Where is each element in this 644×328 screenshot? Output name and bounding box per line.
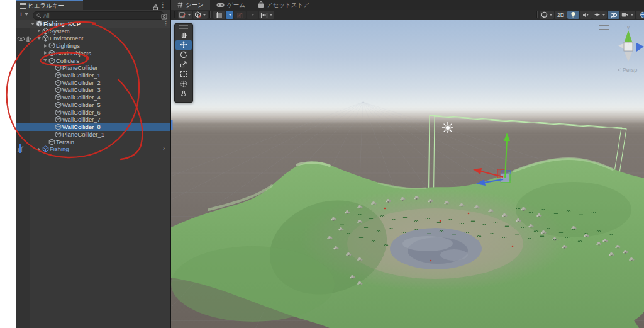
hierarchy-row-WallCollider_3[interactable]: WallCollider_3	[30, 86, 189, 94]
hierarchy-row-Colliders[interactable]: Colliders	[30, 57, 182, 64]
cube-icon	[54, 64, 62, 71]
hierarchy-row-System[interactable]: System	[30, 27, 176, 35]
row-label: Colliders	[56, 57, 79, 64]
hierarchy-panel: ヒエラルキー ⋮ + All Fishing_KCP⋮SystemEnviron…	[16, 0, 170, 328]
hierarchy-row-WallCollider_8[interactable]: WallCollider_8	[30, 123, 189, 131]
lighting-toggle-button[interactable]	[567, 11, 579, 19]
tab-hierarchy[interactable]: ヒエラルキー	[16, 0, 83, 10]
hierarchy-row-Lightings[interactable]: Lightings	[30, 42, 182, 50]
foldout-expanded-icon[interactable]	[42, 59, 48, 62]
hand-tool-icon	[180, 31, 187, 38]
foldout-collapsed-icon[interactable]	[42, 51, 48, 55]
scale-tool-button[interactable]	[175, 60, 192, 70]
scene-visibility-button[interactable]	[608, 11, 619, 19]
row-label: Environment	[50, 35, 83, 42]
scene-camera-button[interactable]	[620, 11, 635, 19]
hierarchy-row-WallCollider_6[interactable]: WallCollider_6	[30, 108, 189, 116]
tab-scene[interactable]: シーン	[171, 0, 210, 10]
shopping-bag-icon	[258, 1, 264, 9]
2d-toggle-button[interactable]: 2D	[555, 11, 567, 19]
hand-tool-button[interactable]	[175, 30, 192, 40]
move-tool-button[interactable]	[175, 40, 192, 50]
prefab-cube-icon	[42, 145, 50, 152]
audio-toggle-button[interactable]	[580, 11, 592, 19]
search-placeholder: All	[43, 13, 49, 19]
hierarchy-row-WallCollider_7[interactable]: WallCollider_7	[30, 116, 189, 123]
search-input[interactable]: All	[33, 11, 164, 20]
hierarchy-row-WallCollider_5[interactable]: WallCollider_5	[30, 101, 189, 108]
shaded-sphere-icon	[541, 11, 548, 18]
rect-tool-button[interactable]	[175, 69, 192, 79]
scene-viewport[interactable]: y < Persp	[171, 20, 644, 328]
page: ヒエラルキー ⋮ + All Fishing_KCP⋮SystemEnviron…	[0, 0, 644, 328]
gizmos-button-partial[interactable]	[636, 11, 644, 19]
hierarchy-row-PlaneCollider[interactable]: PlaneCollider	[30, 64, 189, 72]
effects-toggle-button[interactable]	[592, 11, 607, 19]
grid-snap-button[interactable]	[234, 11, 246, 19]
gizmo-x-arrow	[473, 168, 482, 174]
overlay-drag-handle[interactable]	[179, 25, 188, 29]
hierarchy-visibility-gutter	[16, 20, 30, 328]
directional-light-gizmo[interactable]	[442, 122, 453, 133]
chevron-down-icon	[269, 14, 273, 16]
row-label: System	[50, 28, 70, 35]
prefab-open-chevron-icon[interactable]: ›	[163, 145, 165, 152]
unity-scene-icon	[35, 20, 43, 27]
hierarchy-row-StaticObjects[interactable]: StaticObjects	[30, 49, 182, 57]
foldout-collapsed-icon[interactable]	[36, 147, 42, 151]
hierarchy-row-Fishing[interactable]: Fishing›	[30, 145, 176, 153]
audio-muted-icon	[582, 12, 589, 18]
hierarchy-row-Fishing_KCP[interactable]: Fishing_KCP⋮	[30, 20, 170, 28]
hierarchy-row-WallCollider_4[interactable]: WallCollider_4	[30, 94, 189, 101]
scene-panel: シーンゲームアセットストア	[171, 0, 644, 328]
grid-icon	[216, 11, 223, 18]
kebab-menu-icon[interactable]: ⋮	[160, 1, 166, 8]
shading-mode-button[interactable]	[540, 11, 554, 19]
scene-grid-icon	[177, 2, 183, 9]
grid-options-button[interactable]	[226, 11, 233, 19]
eye-slash-icon	[610, 12, 618, 18]
kebab-menu-icon[interactable]: ⋮	[163, 20, 169, 27]
add-object-button[interactable]: +	[19, 11, 28, 18]
tab-other[interactable]: アセットストア	[252, 0, 316, 10]
scene-3d-render	[171, 20, 644, 328]
row-label: PlaneCollider	[62, 64, 98, 71]
custom-tool-button[interactable]	[175, 89, 192, 99]
rect-tool-icon	[180, 71, 187, 77]
hierarchy-row-Terrain[interactable]: Terrain	[30, 138, 182, 145]
chevron-down-icon	[187, 14, 191, 16]
cube-icon	[54, 79, 62, 86]
row-label: WallCollider_8	[62, 123, 101, 130]
snap-increment-button[interactable]	[259, 11, 274, 19]
hierarchy-row-PlaneCollider_1[interactable]: PlaneCollider_1	[30, 130, 189, 138]
cube-icon	[54, 131, 62, 138]
cube-icon	[54, 116, 62, 123]
chevron-down-icon	[251, 14, 255, 16]
visibility-eye-icon[interactable]	[17, 33, 25, 44]
camera-icon	[621, 12, 629, 18]
grid-snap-options-button[interactable]	[247, 11, 258, 19]
cube-icon	[48, 50, 56, 57]
tab-other[interactable]: ゲーム	[210, 0, 252, 10]
row-label: Fishing_KCP	[43, 20, 80, 27]
orientation-overlay-handle[interactable]	[599, 25, 609, 30]
hierarchy-tab-label: ヒエラルキー	[28, 2, 64, 10]
foldout-collapsed-icon[interactable]	[36, 29, 42, 33]
hierarchy-row-WallCollider_2[interactable]: WallCollider_2	[30, 79, 189, 86]
transform-tool-button[interactable]	[175, 79, 192, 89]
foldout-collapsed-icon[interactable]	[42, 44, 48, 48]
grid-visibility-button[interactable]	[213, 11, 225, 19]
tool-settings-button[interactable]	[178, 11, 192, 19]
foldout-expanded-icon[interactable]	[36, 37, 42, 40]
rotate-tool-button[interactable]	[175, 50, 192, 60]
pivot-orientation-button[interactable]	[193, 11, 208, 19]
gizmo-y-arrow	[504, 133, 510, 141]
y-axis-cone	[625, 30, 632, 42]
cube-icon	[54, 101, 62, 108]
hierarchy-tabbar: ヒエラルキー ⋮	[16, 0, 170, 11]
foldout-expanded-icon[interactable]	[30, 23, 35, 25]
hierarchy-row-WallCollider_1[interactable]: WallCollider_1	[30, 72, 189, 79]
hierarchy-row-Environment[interactable]: Environment	[30, 35, 176, 42]
view-orientation-gizmo[interactable]: y < Persp	[611, 23, 644, 74]
hierarchy-tree: Fishing_KCP⋮SystemEnvironmentLightingsSt…	[30, 20, 170, 328]
